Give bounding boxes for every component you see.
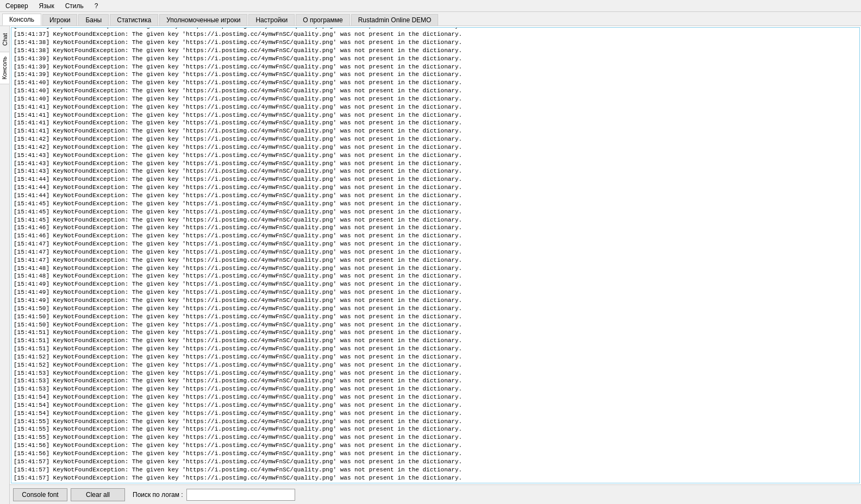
log-line: [15:41:54] KeyNotFoundException: The giv…: [14, 410, 857, 418]
log-line: [15:41:55] KeyNotFoundException: The giv…: [14, 433, 857, 442]
log-line: [15:41:51] KeyNotFoundException: The giv…: [14, 345, 857, 353]
log-line: [15:41:52] KeyNotFoundException: The giv…: [14, 361, 857, 369]
tab-players[interactable]: Игроки: [42, 14, 77, 26]
log-line: [15:41:39] KeyNotFoundException: The giv…: [14, 55, 857, 63]
log-line: [15:41:48] KeyNotFoundException: The giv…: [14, 272, 857, 280]
log-line: [15:41:42] KeyNotFoundException: The giv…: [14, 135, 857, 143]
log-line: [15:41:41] KeyNotFoundException: The giv…: [14, 111, 857, 119]
log-line: [15:41:56] KeyNotFoundException: The giv…: [14, 442, 857, 450]
tab-rustadmin-demo[interactable]: Rustadmin Online DEMO: [351, 14, 439, 26]
tab-console[interactable]: Консоль: [2, 14, 41, 26]
log-line: [15:41:45] KeyNotFoundException: The giv…: [14, 216, 857, 224]
log-line: [15:41:41] KeyNotFoundException: The giv…: [14, 119, 857, 127]
log-line: [15:41:40] KeyNotFoundException: The giv…: [14, 79, 857, 87]
log-line: [15:41:46] KeyNotFoundException: The giv…: [14, 224, 857, 232]
menu-language[interactable]: Язык: [36, 1, 58, 11]
log-line: [15:41:40] KeyNotFoundException: The giv…: [14, 87, 857, 95]
log-line: [15:41:51] KeyNotFoundException: The giv…: [14, 329, 857, 337]
tab-bans[interactable]: Баны: [78, 14, 109, 26]
tabs-bar: Консоль Игроки Баны Статистика Уполномоч…: [0, 12, 861, 26]
log-line: [15:41:48] KeyNotFoundException: The giv…: [14, 264, 857, 273]
log-line: [15:41:41] KeyNotFoundException: The giv…: [14, 103, 857, 111]
tab-about[interactable]: О программе: [296, 14, 350, 26]
log-line: [15:41:44] KeyNotFoundException: The giv…: [14, 184, 857, 192]
log-line: [15:41:44] KeyNotFoundException: The giv…: [14, 175, 857, 184]
log-line: [15:41:38] KeyNotFoundException: The giv…: [14, 39, 857, 47]
clear-all-button[interactable]: Clear all: [71, 488, 125, 501]
log-line: [15:41:41] KeyNotFoundException: The giv…: [14, 127, 857, 135]
log-line: [15:41:50] KeyNotFoundException: The giv…: [14, 305, 857, 313]
main-content: Chat Консоль [15:41:33] KeyNotFoundExcep…: [0, 26, 861, 504]
tab-settings[interactable]: Настройки: [248, 14, 295, 26]
log-area[interactable]: [15:41:33] KeyNotFoundException: The giv…: [11, 27, 860, 483]
bottom-bar: Console font Clear all Поиск по логам :: [10, 484, 861, 504]
log-line: [15:41:47] KeyNotFoundException: The giv…: [14, 240, 857, 248]
log-line: [15:41:53] KeyNotFoundException: The giv…: [14, 385, 857, 393]
log-line: [15:41:46] KeyNotFoundException: The giv…: [14, 232, 857, 240]
log-line: [15:41:53] KeyNotFoundException: The giv…: [14, 369, 857, 377]
log-line: [15:41:53] KeyNotFoundException: The giv…: [14, 377, 857, 385]
side-tabs: Chat Консоль: [0, 26, 10, 504]
menu-server[interactable]: Сервер: [2, 1, 32, 11]
menu-bar: Сервер Язык Стиль ?: [0, 0, 861, 12]
log-line: [15:41:50] KeyNotFoundException: The giv…: [14, 313, 857, 321]
log-line: [15:41:45] KeyNotFoundException: The giv…: [14, 208, 857, 216]
log-line: [15:41:40] KeyNotFoundException: The giv…: [14, 95, 857, 103]
log-line: [15:41:52] KeyNotFoundException: The giv…: [14, 353, 857, 361]
log-line: [15:41:47] KeyNotFoundException: The giv…: [14, 256, 857, 264]
log-line: [15:41:55] KeyNotFoundException: The giv…: [14, 418, 857, 426]
tab-statistics[interactable]: Статистика: [110, 14, 158, 26]
log-line: [15:41:57] KeyNotFoundException: The giv…: [14, 458, 857, 466]
log-line: [15:41:44] KeyNotFoundException: The giv…: [14, 192, 857, 200]
log-line: [15:41:39] KeyNotFoundException: The giv…: [14, 63, 857, 71]
side-tab-chat[interactable]: Chat: [0, 28, 10, 51]
menu-style[interactable]: Стиль: [62, 1, 87, 11]
log-line: [15:41:57] KeyNotFoundException: The giv…: [14, 466, 857, 474]
log-line: [15:41:45] KeyNotFoundException: The giv…: [14, 200, 857, 208]
log-line: [15:41:56] KeyNotFoundException: The giv…: [14, 450, 857, 458]
console-font-button[interactable]: Console font: [13, 488, 67, 501]
side-tab-console[interactable]: Консоль: [0, 52, 10, 84]
log-line: [15:41:39] KeyNotFoundException: The giv…: [14, 71, 857, 79]
log-line: [15:41:51] KeyNotFoundException: The giv…: [14, 337, 857, 345]
menu-help[interactable]: ?: [91, 1, 102, 11]
log-line: [15:41:57] KeyNotFoundException: The giv…: [14, 474, 857, 482]
log-line: [15:41:37] KeyNotFoundException: The giv…: [14, 30, 857, 39]
log-line: [15:41:47] KeyNotFoundException: The giv…: [14, 248, 857, 256]
log-line: [15:41:55] KeyNotFoundException: The giv…: [14, 425, 857, 433]
search-input[interactable]: [186, 489, 295, 501]
log-line: [15:41:42] KeyNotFoundException: The giv…: [14, 143, 857, 152]
log-line: [15:41:49] KeyNotFoundException: The giv…: [14, 288, 857, 297]
log-line: [15:41:43] KeyNotFoundException: The giv…: [14, 152, 857, 160]
log-line: [15:41:43] KeyNotFoundException: The giv…: [14, 160, 857, 168]
tab-authorized[interactable]: Уполномоченные игроки: [159, 14, 247, 26]
log-container: [15:41:33] KeyNotFoundException: The giv…: [10, 26, 861, 504]
log-line: [15:41:54] KeyNotFoundException: The giv…: [14, 393, 857, 401]
search-label: Поиск по логам :: [133, 491, 183, 499]
log-line: [15:41:50] KeyNotFoundException: The giv…: [14, 321, 857, 329]
log-line: [15:41:49] KeyNotFoundException: The giv…: [14, 297, 857, 305]
log-line: [15:41:38] KeyNotFoundException: The giv…: [14, 47, 857, 55]
log-line: [15:41:43] KeyNotFoundException: The giv…: [14, 167, 857, 175]
log-line: [15:41:49] KeyNotFoundException: The giv…: [14, 280, 857, 288]
log-line: [15:41:54] KeyNotFoundException: The giv…: [14, 401, 857, 410]
